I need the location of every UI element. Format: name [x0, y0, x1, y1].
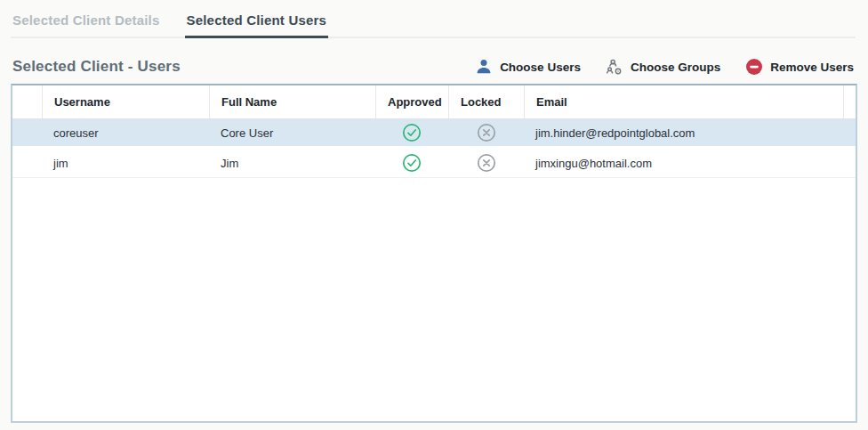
header-end-cell [843, 85, 856, 118]
choose-users-label: Choose Users [500, 61, 581, 74]
table-header-row: Username Full Name Approved Locked Email [12, 85, 856, 119]
page-title: Selected Client - Users [12, 58, 181, 76]
remove-circle-icon [745, 58, 763, 76]
column-header-approved[interactable]: Approved [375, 85, 448, 118]
email-cell: jim.hinder@redpointglobal.com [524, 126, 843, 140]
locked-cell [448, 123, 524, 142]
choose-groups-button[interactable]: Choose Groups [606, 58, 720, 76]
x-circle-icon [477, 123, 496, 142]
email-cell: jimxingu@hotmail.com [524, 157, 843, 170]
approved-cell [375, 153, 448, 173]
column-header-full-name[interactable]: Full Name [209, 85, 375, 118]
approved-cell [375, 123, 448, 142]
table-body: coreuser Core User [12, 119, 856, 178]
locked-cell [448, 153, 524, 173]
tab-selected-client-users[interactable]: Selected Client Users [185, 9, 329, 38]
check-circle-icon [402, 153, 422, 173]
toolbar-actions: Choose Users Choose Groups [475, 58, 854, 76]
full-name-cell: Jim [209, 157, 375, 170]
toolbar: Selected Client - Users Choose Users [12, 53, 854, 81]
x-circle-icon [477, 153, 496, 173]
remove-users-label: Remove Users [770, 61, 854, 74]
column-header-email[interactable]: Email [524, 85, 843, 118]
username-cell: coreuser [42, 126, 209, 140]
full-name-cell: Core User [209, 126, 375, 140]
tab-bar: Selected Client Details Selected Client … [11, 9, 856, 38]
choose-groups-label: Choose Groups [631, 61, 720, 74]
tab-selected-client-details[interactable]: Selected Client Details [11, 9, 162, 38]
client-users-screen: Selected Client Details Selected Client … [0, 0, 868, 430]
header-indent-cell [12, 85, 42, 118]
check-circle-icon [402, 123, 422, 142]
remove-users-button[interactable]: Remove Users [745, 58, 854, 76]
column-header-username[interactable]: Username [42, 85, 209, 118]
user-icon [475, 58, 493, 76]
username-cell: jim [42, 157, 209, 170]
choose-users-button[interactable]: Choose Users [475, 58, 581, 76]
table-row[interactable]: jim Jim [12, 149, 856, 178]
user-group-icon [606, 58, 623, 76]
table-row[interactable]: coreuser Core User [12, 119, 856, 149]
users-table: Username Full Name Approved Locked Email… [11, 84, 857, 423]
column-header-locked[interactable]: Locked [448, 85, 524, 118]
